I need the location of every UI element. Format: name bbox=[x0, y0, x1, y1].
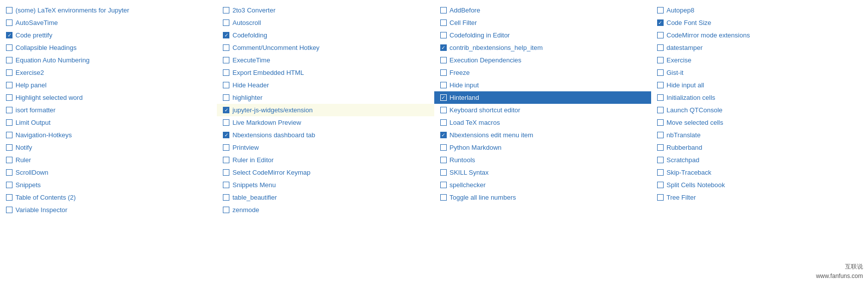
list-item[interactable]: Select CodeMirror Keymap bbox=[217, 166, 434, 179]
list-item[interactable]: Nbextensions dashboard tab bbox=[217, 129, 434, 141]
checkbox-icon bbox=[6, 182, 12, 188]
checkbox-icon bbox=[440, 157, 447, 163]
checkbox-icon bbox=[223, 19, 229, 26]
list-item[interactable]: Codefolding bbox=[217, 29, 434, 41]
list-item[interactable]: Equation Auto Numbering bbox=[0, 54, 217, 66]
list-item[interactable]: Limit Output bbox=[0, 116, 217, 129]
list-item[interactable]: Exercise2 bbox=[0, 66, 217, 79]
list-item[interactable]: Gist-it bbox=[651, 66, 868, 79]
checkbox-icon bbox=[6, 32, 12, 38]
list-item[interactable]: Ruler bbox=[0, 154, 217, 166]
item-label: Notify bbox=[15, 144, 32, 151]
list-item[interactable]: Cell Filter bbox=[434, 16, 651, 29]
item-label: Snippets Menu bbox=[232, 181, 276, 189]
column-0: (some) LaTeX environments for JupyterAut… bbox=[0, 4, 217, 216]
item-label: Highlight selected word bbox=[15, 94, 82, 101]
item-label: Hide input all bbox=[667, 81, 704, 89]
list-item[interactable]: Printview bbox=[217, 141, 434, 154]
item-label: Code Font Size bbox=[667, 19, 712, 26]
checkbox-icon bbox=[440, 32, 447, 38]
checkbox-icon bbox=[6, 44, 12, 51]
item-label: Launch QTConsole bbox=[667, 106, 723, 114]
list-item[interactable]: spellchecker bbox=[434, 179, 651, 191]
list-item[interactable]: Export Embedded HTML bbox=[217, 66, 434, 79]
list-item[interactable]: contrib_nbextensions_help_item bbox=[434, 41, 651, 54]
list-item[interactable]: Autopep8 bbox=[651, 4, 868, 16]
list-item[interactable]: ExecuteTime bbox=[217, 54, 434, 66]
list-item[interactable]: jupyter-js-widgets/extension bbox=[217, 104, 434, 116]
list-item[interactable]: Collapsible Headings bbox=[0, 41, 217, 54]
list-item[interactable]: Move selected cells bbox=[651, 116, 868, 129]
list-item[interactable]: Comment/Uncomment Hotkey bbox=[217, 41, 434, 54]
list-item[interactable]: Execution Dependencies bbox=[434, 54, 651, 66]
list-item[interactable]: Skip-Traceback bbox=[651, 166, 868, 179]
checkbox-icon bbox=[657, 119, 664, 126]
list-item[interactable]: Code Font Size bbox=[651, 16, 868, 29]
list-item[interactable]: zenmode bbox=[217, 204, 434, 216]
list-item[interactable]: Live Markdown Preview bbox=[217, 116, 434, 129]
list-item[interactable]: Hide input bbox=[434, 79, 651, 91]
list-item[interactable]: table_beautifier bbox=[217, 191, 434, 204]
checkbox-icon bbox=[223, 69, 229, 76]
item-label: Table of Contents (2) bbox=[15, 194, 76, 201]
item-label: Split Cells Notebook bbox=[667, 181, 725, 189]
list-item[interactable]: Snippets bbox=[0, 179, 217, 191]
item-label: CodeMirror mode extensions bbox=[667, 31, 750, 39]
list-item[interactable]: ScrollDown bbox=[0, 166, 217, 179]
list-item[interactable]: Split Cells Notebook bbox=[651, 179, 868, 191]
list-item[interactable]: Hinterland bbox=[434, 91, 651, 104]
list-item[interactable]: Runtools bbox=[434, 154, 651, 166]
list-item[interactable]: Hide input all bbox=[651, 79, 868, 91]
list-item[interactable]: Python Markdown bbox=[434, 141, 651, 154]
list-item[interactable]: Ruler in Editor bbox=[217, 154, 434, 166]
item-label: Nbextensions edit menu item bbox=[450, 131, 534, 139]
list-item[interactable]: nbTranslate bbox=[651, 129, 868, 141]
list-item[interactable]: Table of Contents (2) bbox=[0, 191, 217, 204]
list-item[interactable]: Highlight selected word bbox=[0, 91, 217, 104]
checkbox-icon bbox=[6, 144, 12, 151]
list-item[interactable]: Notify bbox=[0, 141, 217, 154]
checkbox-icon bbox=[657, 132, 664, 138]
checkbox-icon bbox=[657, 7, 664, 13]
checkbox-icon bbox=[657, 107, 664, 113]
list-item[interactable]: Code prettify bbox=[0, 29, 217, 41]
item-label: Rubberband bbox=[667, 144, 703, 151]
list-item[interactable]: Tree Filter bbox=[651, 191, 868, 204]
item-label: Ruler bbox=[15, 156, 31, 164]
list-item[interactable]: (some) LaTeX environments for Jupyter bbox=[0, 4, 217, 16]
list-item[interactable]: Codefolding in Editor bbox=[434, 29, 651, 41]
list-item[interactable]: Help panel bbox=[0, 79, 217, 91]
item-label: Initialization cells bbox=[667, 94, 716, 101]
list-item[interactable]: Load TeX macros bbox=[434, 116, 651, 129]
checkbox-icon bbox=[440, 144, 447, 151]
list-item[interactable]: Snippets Menu bbox=[217, 179, 434, 191]
checkbox-icon bbox=[657, 169, 664, 176]
list-item[interactable]: Freeze bbox=[434, 66, 651, 79]
list-item[interactable]: SKILL Syntax bbox=[434, 166, 651, 179]
list-item[interactable]: Keyboard shortcut editor bbox=[434, 104, 651, 116]
checkbox-icon bbox=[440, 7, 447, 13]
checkbox-icon bbox=[223, 32, 229, 38]
list-item[interactable]: Hide Header bbox=[217, 79, 434, 91]
list-item[interactable]: highlighter bbox=[217, 91, 434, 104]
item-label: ExecuteTime bbox=[232, 56, 270, 64]
item-label: Hinterland bbox=[450, 94, 479, 101]
item-label: highlighter bbox=[232, 94, 262, 101]
list-item[interactable]: Rubberband bbox=[651, 141, 868, 154]
list-item[interactable]: Nbextensions edit menu item bbox=[434, 129, 651, 141]
list-item[interactable]: Exercise bbox=[651, 54, 868, 66]
item-label: Codefolding in Editor bbox=[450, 31, 510, 39]
list-item[interactable]: isort formatter bbox=[0, 104, 217, 116]
list-item[interactable]: Toggle all line numbers bbox=[434, 191, 651, 204]
list-item[interactable]: Launch QTConsole bbox=[651, 104, 868, 116]
list-item[interactable]: AddBefore bbox=[434, 4, 651, 16]
list-item[interactable]: 2to3 Converter bbox=[217, 4, 434, 16]
list-item[interactable]: Variable Inspector bbox=[0, 204, 217, 216]
list-item[interactable]: Autoscroll bbox=[217, 16, 434, 29]
list-item[interactable]: Scratchpad bbox=[651, 154, 868, 166]
list-item[interactable]: Navigation-Hotkeys bbox=[0, 129, 217, 141]
list-item[interactable]: CodeMirror mode extensions bbox=[651, 29, 868, 41]
list-item[interactable]: AutoSaveTime bbox=[0, 16, 217, 29]
list-item[interactable]: Initialization cells bbox=[651, 91, 868, 104]
list-item[interactable]: datestamper bbox=[651, 41, 868, 54]
